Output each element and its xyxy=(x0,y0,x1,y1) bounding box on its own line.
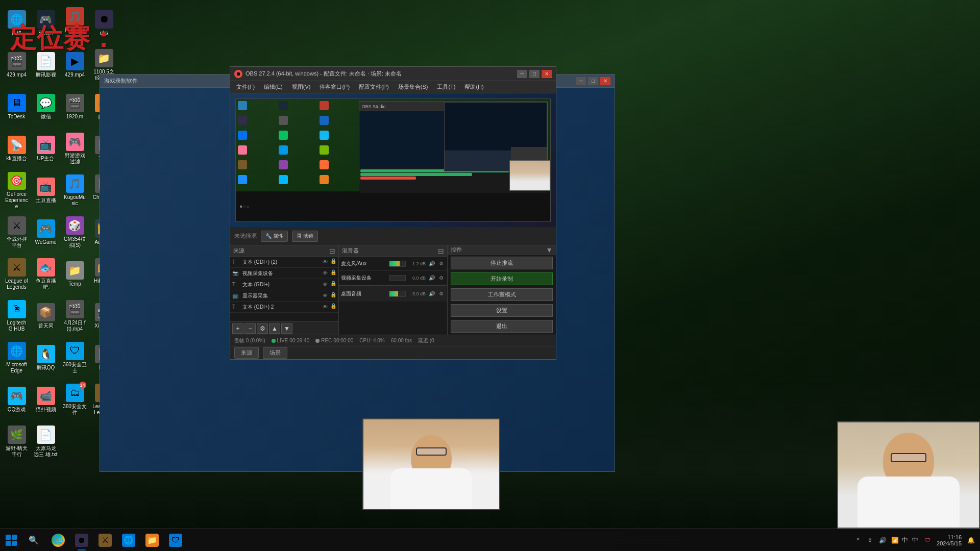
bg-maximize-btn[interactable]: □ xyxy=(588,77,598,85)
clock-display[interactable]: 11:16 2024/5/15 xyxy=(935,534,964,546)
menu-profile[interactable]: 配置文件(P) xyxy=(355,82,393,93)
mixer-expand-icon[interactable]: ⊟ xyxy=(438,247,444,255)
studio-mode-btn[interactable]: 工作室模式 xyxy=(451,288,553,301)
icon-360-file[interactable]: 🗂14 360安全文件 xyxy=(61,379,89,420)
icon-youye[interactable]: 🌿 游野·晴天千行 xyxy=(3,421,31,462)
icon-temp[interactable]: 📁 Temp xyxy=(61,254,89,294)
source-eye-btn-1[interactable]: 👁 xyxy=(321,269,329,278)
icon-league[interactable]: ⚔ League of Legends xyxy=(3,254,31,294)
filter-btn[interactable]: 🎛 滤镜 xyxy=(292,231,318,242)
remove-source-btn[interactable]: − xyxy=(244,323,256,334)
icon-gm354[interactable]: 🎲 GM354模 拟(S) xyxy=(61,212,89,253)
source-eye-btn-2[interactable]: 👁 xyxy=(321,281,329,289)
obs-maximize-btn[interactable]: □ xyxy=(529,70,540,78)
icon-todesk[interactable]: 🖥 ToDesk xyxy=(3,86,31,127)
taskbar-app-chrome[interactable]: 🌐 xyxy=(47,529,69,552)
icon-malong[interactable]: 📄 太原马龙远三 雄.txt xyxy=(32,421,60,462)
obs-close-btn[interactable]: ✕ xyxy=(542,70,552,78)
source-up-btn[interactable]: ▲ xyxy=(269,323,280,334)
mixer-mute-0[interactable]: 🔊 xyxy=(428,260,436,268)
icon-kugou[interactable]: 🎵 KugouMusic xyxy=(61,170,89,211)
source-row-2[interactable]: T 文本 (GDI+) 👁 🔒 xyxy=(230,279,338,290)
tab-scene[interactable]: 场景 xyxy=(263,347,287,359)
menu-tools[interactable]: 工具(T) xyxy=(433,82,459,93)
menu-scene-collection[interactable]: 场景集合(S) xyxy=(394,82,432,93)
menu-help[interactable]: 帮助(H) xyxy=(460,82,487,93)
source-eye-btn-4[interactable]: 👁 xyxy=(321,303,329,311)
icon-wechat[interactable]: 💬 微信 xyxy=(32,86,60,127)
taskbar-app-league[interactable]: ⚔ xyxy=(94,529,116,552)
icon-360-security[interactable]: 🛡 360安全卫士 xyxy=(61,337,89,378)
start-button[interactable] xyxy=(0,529,22,552)
stop-stream-btn[interactable]: 停止推流 xyxy=(451,257,553,269)
mixer-master-mute[interactable]: 🔊 xyxy=(428,290,436,298)
add-source-btn[interactable]: + xyxy=(232,323,243,334)
source-settings-btn[interactable]: ⚙ xyxy=(257,323,268,334)
icon-logitech[interactable]: 🖱 Logitech G HUB xyxy=(3,295,31,336)
obs-preview-inner: OBS Studio xyxy=(230,93,556,227)
taskbar-app-edge[interactable]: 🌐 xyxy=(117,529,140,552)
source-row-4[interactable]: T 文本 (GDI+) 2 👁 🔒 xyxy=(230,302,338,313)
source-row-0[interactable]: T 文本 (GDI+) (2) 👁 🔒 xyxy=(230,257,338,268)
start-record-btn[interactable]: 开始录制 xyxy=(451,272,553,285)
tray-network[interactable]: 📶 xyxy=(890,535,900,545)
source-down-btn[interactable]: ▼ xyxy=(281,323,292,334)
taskbar-app-filemanager[interactable]: 📁 xyxy=(141,529,163,552)
tab-source[interactable]: 来源 xyxy=(234,347,259,359)
exit-btn[interactable]: 退出 xyxy=(451,320,553,333)
icon-up-platform[interactable]: 📺 UP主台 xyxy=(32,128,60,169)
wechat-icon-img: 💬 xyxy=(37,94,55,112)
mixer-settings-1[interactable]: ⚙ xyxy=(437,274,445,282)
mixer-mute-1[interactable]: 🔊 xyxy=(428,274,436,282)
source-name-0: 文本 (GDI+) (2) xyxy=(242,259,319,266)
controls-expand-icon[interactable]: ▼ xyxy=(546,246,553,254)
settings-btn[interactable]: 设置 xyxy=(451,304,553,317)
icon-360file-label: 360安全文件 xyxy=(63,404,87,416)
properties-btn[interactable]: 🔧 属性 xyxy=(261,231,288,242)
source-row-3[interactable]: 📺 显示器采集 👁 🔒 xyxy=(230,290,338,302)
icon-yudouzhibo[interactable]: 🐟 鱼豆直播吧 xyxy=(32,254,60,294)
icon-miaoship[interactable]: 📹 猫扑视频 xyxy=(32,379,60,420)
menu-edit[interactable]: 编辑(E) xyxy=(260,82,287,93)
source-row-1[interactable]: 📷 视频采集设备 👁 🔒 xyxy=(230,268,338,279)
menu-view[interactable]: 视图(V) xyxy=(288,82,315,93)
icon-yeyou[interactable]: 🎮 野游游戏过滤 xyxy=(61,128,89,169)
mini-icon-5 xyxy=(279,116,288,125)
source-controls-3: 👁 🔒 xyxy=(321,292,336,300)
bg-close-btn[interactable]: ✕ xyxy=(600,77,610,85)
icon-zhankefight[interactable]: ⚔ 全战外挂平台 xyxy=(3,212,31,253)
icon-tencent-qq[interactable]: 🐧 腾讯QQ xyxy=(32,337,60,378)
tray-language[interactable]: 中 xyxy=(902,536,908,544)
obs-toolbar: 未选择源 🔧 属性 🎛 滤镜 xyxy=(230,227,556,245)
icon-msedge[interactable]: 🌐 Microsoft Edge xyxy=(3,337,31,378)
icon-putian[interactable]: 📦 普天同 xyxy=(32,295,60,336)
obs-minimize-btn[interactable]: ─ xyxy=(517,70,527,78)
taskbar-app-defender[interactable]: 🛡 xyxy=(164,529,187,552)
obs-titlebar[interactable]: ⏺ OBS 27.2.4 (64-bit, windows) - 配置文件: 未… xyxy=(230,67,556,81)
icon-wegame[interactable]: 🎮 WeGame xyxy=(32,212,60,253)
icon-kk[interactable]: 📡 kk直播台 xyxy=(3,128,31,169)
tray-microphone[interactable]: 🎙 xyxy=(865,535,875,545)
icon-geforce[interactable]: 🎯 GeForce Experience xyxy=(3,170,31,211)
source-eye-btn-0[interactable]: 👁 xyxy=(321,258,329,266)
sources-expand-icon[interactable]: ⊟ xyxy=(329,247,335,255)
mixer-settings-0[interactable]: ⚙ xyxy=(437,260,445,268)
menu-docking[interactable]: 停客窗口(P) xyxy=(315,82,354,93)
mixer-db-0: -1.2 dB xyxy=(408,261,426,266)
source-eye-btn-3[interactable]: 👁 xyxy=(321,292,329,300)
red-overlay-text: 定位赛： xyxy=(10,20,116,56)
taskbar-app-obs[interactable]: ⏺ xyxy=(70,529,93,552)
notification-area[interactable]: 🔔 xyxy=(966,535,976,545)
tray-volume[interactable]: 🔊 xyxy=(877,535,888,545)
taskbar-search-btn[interactable]: 🔍 xyxy=(22,529,45,552)
tray-security[interactable]: 🛡 xyxy=(922,535,933,545)
bg-minimize-btn[interactable]: ─ xyxy=(576,77,586,85)
mixer-master-settings[interactable]: ⚙ xyxy=(437,290,445,298)
icon-tudou[interactable]: 📺 土豆直播 xyxy=(32,170,60,211)
icon-april24[interactable]: 🎬 4月24日 f(t).mp4 xyxy=(61,295,89,336)
tray-input-method[interactable]: 中 xyxy=(910,535,920,545)
menu-file[interactable]: 文件(F) xyxy=(232,82,259,93)
tray-arrow[interactable]: ^ xyxy=(853,535,863,545)
icon-1920[interactable]: 🎬 1920.m xyxy=(61,86,89,127)
icon-qq-games[interactable]: 🎮 QQ游戏 xyxy=(3,379,31,420)
